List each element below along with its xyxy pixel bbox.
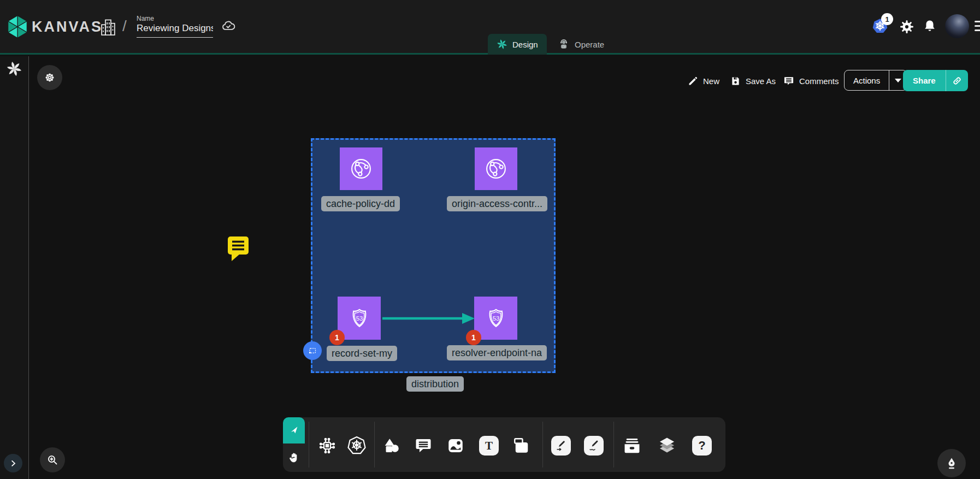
cloudfront-icon xyxy=(481,154,511,184)
meshery-swirl-icon[interactable] xyxy=(6,61,22,77)
breadcrumb-separator: / xyxy=(122,17,127,35)
node-cache-policy[interactable] xyxy=(340,147,382,190)
pencil-squiggle-icon xyxy=(587,439,600,452)
zoom-in-icon xyxy=(46,453,59,466)
operate-tab-icon xyxy=(558,38,570,50)
design-tab-icon xyxy=(497,39,507,50)
share-button[interactable]: Share xyxy=(903,70,968,91)
shapes-icon xyxy=(382,436,402,456)
actions-button-label: Actions xyxy=(845,76,889,85)
copy-link-action[interactable] xyxy=(946,75,968,87)
menu-hamburger-icon[interactable] xyxy=(975,20,980,33)
note-card-icon xyxy=(512,436,532,456)
left-sidebar xyxy=(0,56,29,479)
organization-icon[interactable] xyxy=(100,17,116,37)
context-count-badge: 1 xyxy=(881,13,893,25)
drawer-tool[interactable] xyxy=(621,435,643,457)
node-label[interactable]: record-set-my xyxy=(327,346,397,361)
note-card-tool[interactable] xyxy=(511,435,533,457)
shapes-tool[interactable] xyxy=(381,435,403,457)
route53-number: 53 xyxy=(356,315,363,321)
toolbar-divider xyxy=(309,422,309,468)
flower-asterisk-icon xyxy=(43,71,56,84)
name-field-label: Name xyxy=(137,15,154,22)
group-label[interactable]: distribution xyxy=(406,376,464,392)
design-name-input[interactable] xyxy=(137,23,213,38)
components-tool[interactable] xyxy=(316,435,338,457)
save-floppy-icon xyxy=(730,75,741,87)
notifications-bell-icon[interactable] xyxy=(922,18,937,34)
dashed-selection-icon xyxy=(306,345,318,357)
link-icon xyxy=(951,75,963,87)
kubernetes-icon xyxy=(346,435,367,456)
toolbar-divider xyxy=(542,422,543,468)
comments-button[interactable]: Comments xyxy=(783,72,839,90)
pan-hand-tool[interactable] xyxy=(283,445,305,471)
whiteboard-pen-button[interactable] xyxy=(937,449,966,477)
node-record-set[interactable]: 53 xyxy=(338,297,381,340)
edge-pen-box xyxy=(551,436,571,456)
tab-operate[interactable]: Operate xyxy=(549,34,613,55)
cursor-arrow-icon xyxy=(288,424,300,436)
new-button[interactable]: New xyxy=(687,72,719,90)
user-avatar[interactable] xyxy=(945,14,969,38)
edge-record-set-to-resolver[interactable] xyxy=(381,310,479,327)
save-as-button-label: Save As xyxy=(746,76,776,86)
settings-gear-icon[interactable] xyxy=(899,19,915,35)
toolbar-divider xyxy=(613,422,614,468)
route53-icon: 53 xyxy=(482,304,510,333)
freehand-draw-tool[interactable] xyxy=(583,435,605,457)
group-connection-handle[interactable] xyxy=(303,341,322,360)
save-as-button[interactable]: Save As xyxy=(730,72,776,90)
node-origin-access-control[interactable] xyxy=(475,147,517,190)
node-issue-badge[interactable]: 1 xyxy=(466,330,481,345)
operate-tab-label: Operate xyxy=(575,40,604,49)
canvas-comment-pin[interactable] xyxy=(226,235,251,262)
cloudfront-icon xyxy=(346,154,376,184)
integration-chip-icon xyxy=(317,436,337,456)
pen-nib-icon xyxy=(944,456,959,470)
actions-button[interactable]: Actions xyxy=(844,70,907,91)
layers-tool[interactable] xyxy=(656,435,678,457)
app-header: KANVAS / Name Design xyxy=(0,0,980,55)
image-icon xyxy=(446,436,465,456)
node-label[interactable]: origin-access-contr... xyxy=(447,196,547,211)
tab-design[interactable]: Design xyxy=(488,34,547,55)
chevron-right-icon xyxy=(8,458,18,468)
node-resolver-endpoint[interactable]: 53 xyxy=(474,297,517,340)
zoom-button[interactable] xyxy=(40,447,65,472)
cloud-sync-icon xyxy=(220,19,237,33)
sidebar-expand-button[interactable] xyxy=(4,454,22,472)
help-box: ? xyxy=(692,436,712,456)
node-issue-badge[interactable]: 1 xyxy=(329,330,345,345)
help-glyph: ? xyxy=(698,439,705,453)
route53-number: 53 xyxy=(492,315,499,321)
comment-tool[interactable] xyxy=(412,435,434,457)
edge-pen-tool[interactable] xyxy=(550,435,572,457)
bottom-toolbar: T xyxy=(283,417,725,472)
text-tool-glyph: T xyxy=(485,439,493,453)
dock-flower-button[interactable] xyxy=(37,65,62,90)
help-tool[interactable]: ? xyxy=(691,435,713,457)
brand-title: KANVAS xyxy=(32,19,103,36)
new-pencil-icon xyxy=(687,75,699,87)
pen-arrow-icon xyxy=(554,439,568,452)
node-label[interactable]: cache-policy-dd xyxy=(321,196,400,211)
freehand-box xyxy=(584,436,604,456)
image-tool[interactable] xyxy=(445,435,467,457)
hand-icon xyxy=(287,451,300,464)
new-button-label: New xyxy=(703,76,719,86)
share-button-label: Share xyxy=(903,76,946,85)
design-tab-label: Design xyxy=(512,40,538,49)
route53-icon: 53 xyxy=(345,304,374,333)
toolbar-divider xyxy=(374,422,375,468)
text-tool[interactable]: T xyxy=(478,435,500,457)
node-label[interactable]: resolver-endpoint-na xyxy=(447,345,547,360)
chevron-down-icon xyxy=(895,79,901,82)
comment-bubble-icon xyxy=(414,436,433,456)
comments-button-label: Comments xyxy=(799,76,839,86)
drawer-archive-icon xyxy=(622,435,642,456)
select-tool[interactable] xyxy=(283,417,305,443)
kanvas-logo-icon[interactable] xyxy=(7,15,28,39)
kubernetes-tool[interactable] xyxy=(346,435,368,457)
